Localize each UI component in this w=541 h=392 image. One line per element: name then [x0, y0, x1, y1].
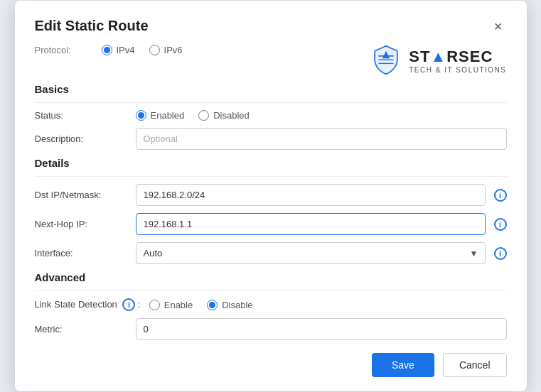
link-state-radio-group: Enable Disable	[149, 300, 253, 310]
protocol-ipv4-option[interactable]: IPv4	[102, 45, 135, 55]
footer-buttons: Save Cancel	[35, 353, 507, 377]
next-hop-row: Next-Hop IP: i	[35, 213, 507, 235]
protocol-label: Protocol:	[35, 45, 85, 55]
status-disabled-option[interactable]: Disabled	[198, 110, 250, 121]
status-disabled-radio[interactable]	[198, 110, 209, 121]
link-state-enable-option[interactable]: Enable	[149, 300, 193, 310]
dialog-header: Edit Static Route ×	[35, 18, 507, 35]
logo-name-part1: ST	[409, 48, 430, 65]
advanced-divider	[35, 290, 507, 291]
status-row: Status: Enabled Disabled	[35, 110, 507, 121]
protocol-row: Protocol: IPv4 IPv6	[35, 45, 371, 55]
cancel-button[interactable]: Cancel	[443, 353, 507, 377]
top-row: Protocol: IPv4 IPv6	[35, 45, 507, 76]
interface-select-wrapper: Auto eth0 eth1 br0 ▼	[136, 242, 486, 264]
link-state-disable-label: Disable	[222, 300, 252, 310]
dst-ip-input[interactable]	[136, 184, 486, 206]
link-state-enable-label: Enable	[164, 300, 193, 310]
basics-section-title: Basics	[35, 83, 507, 95]
metric-input[interactable]	[136, 318, 507, 340]
interface-row: Interface: Auto eth0 eth1 br0 ▼ i	[35, 242, 507, 264]
interface-select[interactable]: Auto eth0 eth1 br0	[136, 242, 486, 264]
status-label: Status:	[35, 110, 127, 121]
protocol-radio-group: IPv4 IPv6	[102, 45, 183, 55]
interface-label: Interface:	[35, 248, 127, 258]
protocol-ipv6-radio[interactable]	[149, 45, 160, 55]
status-enabled-option[interactable]: Enabled	[136, 110, 185, 121]
metric-label: Metric:	[35, 324, 127, 334]
basics-divider	[35, 102, 507, 103]
save-button[interactable]: Save	[372, 353, 434, 377]
logo-star: ▲	[430, 48, 446, 65]
description-label: Description:	[35, 134, 127, 144]
status-disabled-label: Disabled	[213, 110, 250, 121]
link-state-disable-option[interactable]: Disable	[207, 300, 252, 310]
logo-text: ST▲RSEC TECH & IT SOLUTIONS	[409, 48, 506, 74]
top-left: Protocol: IPv4 IPv6	[35, 45, 371, 65]
description-input[interactable]	[136, 128, 507, 150]
link-state-label: Link State Detection i :	[35, 298, 141, 311]
close-button[interactable]: ×	[490, 18, 507, 35]
metric-row: Metric:	[35, 318, 507, 340]
link-state-info-icon[interactable]: i	[122, 298, 135, 311]
status-enabled-radio[interactable]	[136, 110, 146, 121]
logo-shield-icon	[370, 45, 402, 76]
protocol-ipv6-option[interactable]: IPv6	[149, 45, 183, 55]
next-hop-input[interactable]	[136, 213, 486, 235]
protocol-ipv6-label: IPv6	[164, 45, 183, 55]
logo-name-part2: RSEC	[446, 48, 493, 65]
advanced-section-title: Advanced	[35, 271, 507, 283]
logo-area: ST▲RSEC TECH & IT SOLUTIONS	[370, 45, 506, 76]
description-row: Description:	[35, 128, 507, 150]
dialog-title: Edit Static Route	[35, 18, 149, 34]
status-enabled-label: Enabled	[151, 110, 185, 121]
protocol-ipv4-label: IPv4	[117, 45, 135, 55]
logo-name: ST▲RSEC	[409, 48, 506, 66]
logo-tagline: TECH & IT SOLUTIONS	[409, 66, 506, 74]
protocol-ipv4-radio[interactable]	[102, 45, 112, 55]
details-section-title: Details	[35, 157, 507, 169]
status-radio-group: Enabled Disabled	[136, 110, 250, 121]
logo: ST▲RSEC TECH & IT SOLUTIONS	[370, 45, 506, 76]
details-divider	[35, 176, 507, 177]
dst-ip-info-icon[interactable]: i	[494, 189, 507, 202]
dst-ip-row: Dst IP/Netmask: i	[35, 184, 507, 206]
link-state-row: Link State Detection i : Enable Disable	[35, 298, 507, 311]
link-state-enable-radio[interactable]	[149, 300, 160, 310]
dst-ip-label: Dst IP/Netmask:	[35, 190, 127, 200]
link-state-disable-radio[interactable]	[207, 300, 218, 310]
edit-static-route-dialog: Edit Static Route × Protocol: IPv4 IPv6	[15, 1, 527, 391]
next-hop-info-icon[interactable]: i	[494, 218, 507, 231]
next-hop-label: Next-Hop IP:	[35, 219, 127, 229]
interface-info-icon[interactable]: i	[494, 247, 507, 260]
